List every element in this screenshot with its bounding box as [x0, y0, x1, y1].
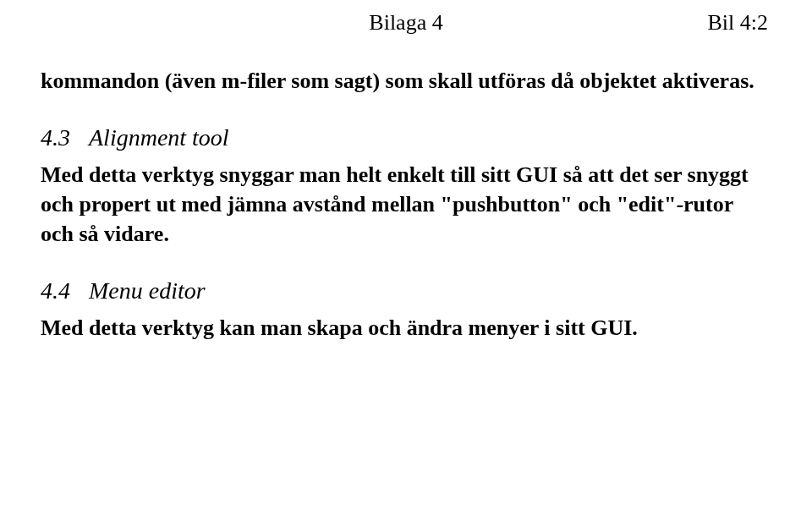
section-title: Menu editor: [89, 277, 206, 304]
header-left: Bilaga 4: [369, 10, 442, 36]
section-title: Alignment tool: [89, 124, 229, 151]
section-heading-4-3: 4.3Alignment tool: [41, 124, 771, 151]
section-body-4-3: Med detta verktyg snyggar man helt enkel…: [41, 160, 771, 249]
document-page: Bilaga 4 Bil 4:2 kommandon (även m-filer…: [0, 0, 812, 510]
section-number: 4.3: [41, 124, 70, 151]
section-number: 4.4: [41, 277, 70, 304]
intro-paragraph: kommandon (även m-filer som sagt) som sk…: [41, 66, 771, 96]
section-heading-4-4: 4.4Menu editor: [41, 277, 771, 304]
header-right: Bil 4:2: [707, 10, 768, 36]
page-header: Bilaga 4 Bil 4:2: [41, 10, 771, 36]
section-body-4-4: Med detta verktyg kan man skapa och ändr…: [41, 313, 771, 343]
